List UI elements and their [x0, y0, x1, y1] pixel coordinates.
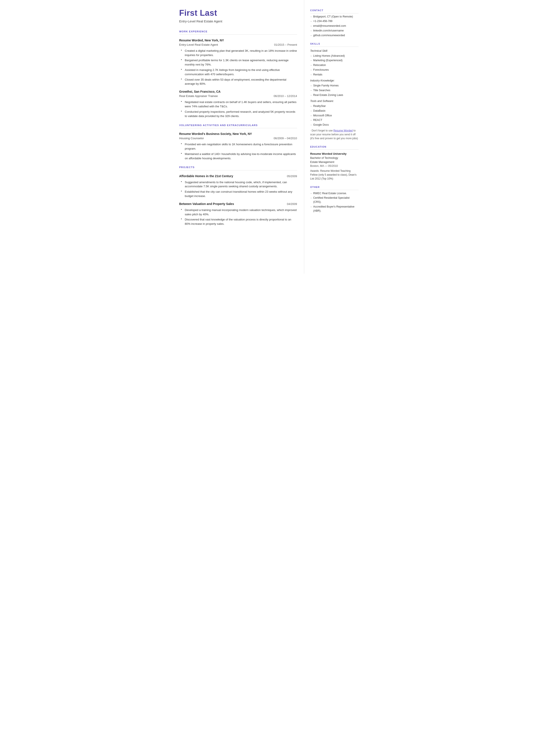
edu-awards: Awards: Resume Worded Teaching Fellow (o… — [310, 169, 358, 181]
candidate-subtitle: Entry-Level Real Estate Agent — [179, 19, 297, 24]
list-item: Relocation — [310, 63, 358, 67]
technical-skill-label: Technical Skill: — [310, 49, 358, 53]
list-item: Discovered that vast knowledge of the va… — [181, 217, 297, 226]
industry-knowledge-label: Industry Knowledge: — [310, 79, 358, 83]
list-item: Established that the city can construct … — [181, 190, 297, 198]
resume-worded-link[interactable]: Resume Worded — [333, 129, 353, 132]
vol-1-company: Resume Worded's Business Society, New Yo… — [179, 132, 297, 136]
industry-skills-list: Single Family Homes Title Searches Real … — [310, 84, 358, 97]
list-item: Accredited Buyer's Representative (ABR). — [310, 205, 358, 213]
volunteering-section-title: VOLUNTEERING ACTIVITIES AND EXTRACURRICU… — [179, 124, 297, 128]
vol-1-title: Housing Counselor — [179, 136, 204, 141]
other-list: RWEC Real Estate License. Certified Resi… — [310, 191, 358, 213]
job-1-meta: Entry-Level Real Estate Agent 01/2015 – … — [179, 43, 297, 47]
list-item: Developed a training manual incorporatin… — [181, 208, 297, 216]
work-experience-section-title: WORK EXPERIENCE — [179, 30, 297, 35]
right-column: CONTACT Bridgeport, CT (Open to Remote) … — [304, 0, 365, 274]
vol-1-meta: Housing Counselor 06/2009 – 04/2010 — [179, 136, 297, 141]
skills-section: SKILLS Technical Skill: Listing Homes (A… — [310, 42, 358, 140]
list-item: Foreclosures — [310, 68, 358, 72]
skills-section-title: SKILLS — [310, 42, 358, 47]
resume-page: First Last Entry-Level Real Estate Agent… — [171, 0, 365, 274]
list-item: Real Estate Zoning Laws — [310, 93, 358, 97]
list-item: github.com/resumeworded — [310, 33, 358, 38]
list-item: DataBasix — [310, 109, 358, 113]
edu-degree: Bachelor of Technology — [310, 156, 358, 160]
list-item: linkedin.com/in/username — [310, 29, 358, 33]
list-item: RWEC Real Estate License. — [310, 191, 358, 195]
list-item: Suggested amendments to the national hou… — [181, 180, 297, 189]
contact-section: CONTACT Bridgeport, CT (Open to Remote) … — [310, 9, 358, 37]
vol-1-bullets: Provided win-win negotiation skills to 1… — [181, 142, 297, 160]
job-2-title: Real Estate Appraiser Trainee — [179, 94, 218, 98]
job-1-header: Resume Worded, New York, NY Entry-Level … — [179, 38, 297, 47]
list-item: Closed over 35 deals within 53 days of e… — [181, 78, 297, 86]
job-1-bullets: Created a digital marketing plan that ge… — [181, 49, 297, 86]
list-item: Single Family Homes — [310, 84, 358, 88]
edu-location: Boston, MA — 05/2010 — [310, 164, 358, 168]
list-item: Bargained profitable terms for 1.3K clie… — [181, 58, 297, 67]
project-1-header: Affordable Homes in the 21st Century 05/… — [179, 174, 297, 179]
project-1-bullets: Suggested amendments to the national hou… — [181, 180, 297, 198]
promo-text: · Don't forget to use Resume Worded to s… — [310, 129, 358, 140]
projects-section-title: PROJECTS — [179, 165, 297, 170]
project-2-date: 04/2009 — [287, 202, 297, 206]
list-item: Rentals — [310, 72, 358, 77]
education-block: Resume Worded University Bachelor of Tec… — [310, 152, 358, 181]
job-2-meta: Real Estate Appraiser Trainee 06/2010 – … — [179, 94, 297, 98]
left-column: First Last Entry-Level Real Estate Agent… — [171, 0, 304, 274]
technical-skills-list: Listing Homes (Advanced) Marketing (Expe… — [310, 54, 358, 77]
education-section-title: EDUCATION — [310, 145, 358, 150]
education-section: EDUCATION Resume Worded University Bache… — [310, 145, 358, 181]
tools-label: Tools and Software: — [310, 99, 358, 103]
job-1-title: Entry-Level Real Estate Agent — [179, 43, 218, 47]
candidate-name: First Last — [179, 9, 297, 18]
project-2-title: Between Valuation and Property Sales — [179, 202, 234, 206]
list-item: Negotiated real estate contracts on beha… — [181, 100, 297, 109]
list-item: +1-234-456-789 — [310, 19, 358, 23]
list-item: Title Searches — [310, 88, 358, 93]
tools-list: RealtyStar DataBasix Microsoft Office RE… — [310, 104, 358, 127]
job-2-header: Growthsi, San Francisco, CA Real Estate … — [179, 90, 297, 98]
vol-1-header: Resume Worded's Business Society, New Yo… — [179, 132, 297, 141]
list-item: Certified Residential Specialist (CRS). — [310, 196, 358, 204]
job-2-company: Growthsi, San Francisco, CA — [179, 90, 297, 94]
list-item: Provided win-win negotiation skills to 1… — [181, 142, 297, 151]
edu-field: Estate Management — [310, 160, 358, 164]
list-item: Microsoft Office — [310, 114, 358, 118]
list-item: Bridgeport, CT (Open to Remote) — [310, 14, 358, 19]
contact-section-title: CONTACT — [310, 9, 358, 14]
edu-school: Resume Worded University — [310, 152, 358, 156]
job-2-bullets: Negotiated real estate contracts on beha… — [181, 100, 297, 118]
list-item: Marketing (Experienced) — [310, 58, 358, 63]
list-item: Conducted property inspections, performe… — [181, 110, 297, 118]
job-1-company: Resume Worded, New York, NY — [179, 38, 297, 43]
vol-1-dates: 06/2009 – 04/2010 — [274, 136, 297, 141]
list-item: RealtyStar — [310, 104, 358, 108]
list-item: Google Docs — [310, 123, 358, 127]
other-section: OTHER RWEC Real Estate License. Certifie… — [310, 185, 358, 213]
project-1-meta: Affordable Homes in the 21st Century 05/… — [179, 174, 297, 179]
project-2-meta: Between Valuation and Property Sales 04/… — [179, 202, 297, 206]
list-item: Created a digital marketing plan that ge… — [181, 49, 297, 57]
other-section-title: OTHER — [310, 185, 358, 190]
project-2-header: Between Valuation and Property Sales 04/… — [179, 202, 297, 206]
list-item: Maintained a waitlist of 140+ households… — [181, 152, 297, 160]
job-2-dates: 06/2010 – 12/2014 — [274, 94, 297, 98]
list-item: REACT — [310, 118, 358, 122]
job-1-dates: 01/2015 – Present — [274, 43, 297, 47]
contact-list: Bridgeport, CT (Open to Remote) +1-234-4… — [310, 14, 358, 38]
list-item: email@resumeworded.com — [310, 24, 358, 28]
project-1-date: 05/2009 — [287, 174, 297, 179]
project-2-bullets: Developed a training manual incorporatin… — [181, 208, 297, 226]
project-1-title: Affordable Homes in the 21st Century — [179, 174, 233, 179]
list-item: Listing Homes (Advanced) — [310, 54, 358, 58]
list-item: Assisted in managing 2.7K listings from … — [181, 68, 297, 76]
